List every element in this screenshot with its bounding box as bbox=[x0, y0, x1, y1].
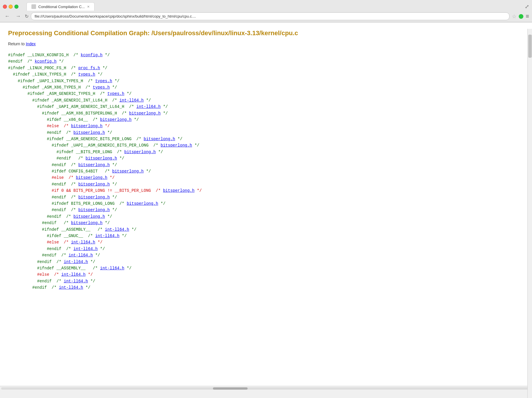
page-content: Preprocessing Conditional Compilation Gr… bbox=[0, 22, 532, 386]
code-line: #endif /* int-ll64.h */ bbox=[8, 259, 524, 265]
code-line: #endif /* bitsperlong.h */ bbox=[8, 181, 524, 187]
bitsperlong-link-13[interactable]: bitsperlong.h bbox=[163, 188, 195, 193]
code-line: #else /* bitsperlong.h */ bbox=[8, 174, 524, 181]
int-ll64-link-8[interactable]: int-ll64.h bbox=[64, 260, 88, 264]
horizontal-scrollbar[interactable] bbox=[0, 386, 532, 391]
code-line: #endif /* int-ll64.h */ bbox=[8, 252, 524, 258]
bitsperlong-link-1[interactable]: bitsperlong.h bbox=[129, 111, 161, 116]
address-input[interactable] bbox=[31, 12, 510, 20]
code-line: #ifndef __ASM_GENERIC_BITS_PER_LONG /* b… bbox=[8, 136, 524, 142]
code-line: #endif /* bitsperlong.h */ bbox=[8, 129, 524, 136]
connection-status-icon bbox=[519, 14, 523, 19]
code-line: #if 0 && BITS_PER_LONG != __BITS_PER_LON… bbox=[8, 187, 524, 194]
bitsperlong-link-8[interactable]: bitsperlong.h bbox=[86, 156, 117, 161]
tab-favicon bbox=[31, 4, 36, 9]
bitsperlong-link-4[interactable]: bitsperlong.h bbox=[73, 130, 105, 135]
code-line: #endif /* int-ll64.h */ bbox=[8, 284, 524, 291]
window-controls bbox=[3, 5, 18, 9]
bookmark-icon[interactable]: ☆ bbox=[512, 13, 516, 20]
bitsperlong-link-14[interactable]: bitsperlong.h bbox=[78, 195, 110, 200]
tab-bar: Conditional Compilation C... ✕ bbox=[27, 2, 95, 11]
address-bar: ← → ↻ ☆ ≡ bbox=[0, 11, 532, 22]
title-bar: Conditional Compilation C... ✕ ⤢ bbox=[0, 0, 532, 11]
int-ll64-link-12[interactable]: int-ll64.h bbox=[59, 285, 83, 290]
code-line: #ifndef _ASM_GENERIC_INT_LL64_H /* int-l… bbox=[8, 97, 524, 104]
tab-title: Conditional Compilation C... bbox=[38, 5, 85, 9]
menu-icon[interactable]: ≡ bbox=[526, 13, 529, 20]
int-ll64-link-7[interactable]: int-ll64.h bbox=[69, 253, 93, 258]
bitsperlong-link-3[interactable]: bitsperlong.h bbox=[71, 124, 102, 128]
code-line: #endif /* int-ll64.h */ bbox=[8, 246, 524, 252]
types-link-4[interactable]: types.h bbox=[107, 91, 124, 96]
types-link-1[interactable]: types.h bbox=[78, 72, 95, 77]
browser-chrome: Conditional Compilation C... ✕ ⤢ ← → ↻ ☆… bbox=[0, 0, 532, 22]
code-line: #endif /* kconfig.h */ bbox=[8, 58, 524, 65]
int-ll64-link-11[interactable]: int-ll64.h bbox=[64, 279, 88, 284]
back-button[interactable]: ← bbox=[3, 13, 12, 20]
code-line: #ifndef _UAPI_LINUX_TYPES_H /* types.h *… bbox=[8, 78, 524, 84]
code-line: #endif /* bitsperlong.h */ bbox=[8, 194, 524, 200]
bitsperlong-link-2[interactable]: bitsperlong.h bbox=[100, 117, 131, 122]
close-button[interactable] bbox=[3, 5, 7, 9]
bitsperlong-link-6[interactable]: bitsperlong.h bbox=[161, 143, 192, 148]
bitsperlong-link-9[interactable]: bitsperlong.h bbox=[78, 163, 110, 167]
code-line: #ifdef __x86_64__ /* bitsperlong.h */ bbox=[8, 117, 524, 123]
int-ll64-link-3[interactable]: int-ll64.h bbox=[105, 227, 129, 232]
index-link[interactable]: Index bbox=[26, 42, 35, 46]
bitsperlong-link-7[interactable]: bitsperlong.h bbox=[124, 150, 156, 154]
int-ll64-link-5[interactable]: int-ll64.h bbox=[71, 240, 95, 245]
code-line: #ifndef _ASM_X86_TYPES_H /* types.h */ bbox=[8, 84, 524, 91]
bitsperlong-link-15[interactable]: bitsperlong.h bbox=[127, 201, 158, 206]
address-icons: ☆ ≡ bbox=[512, 13, 529, 20]
int-ll64-link-1[interactable]: int-ll64.h bbox=[119, 98, 144, 103]
bitsperlong-link-18[interactable]: bitsperlong.h bbox=[71, 221, 102, 225]
types-link-2[interactable]: types.h bbox=[95, 79, 112, 83]
bitsperlong-link-5[interactable]: bitsperlong.h bbox=[144, 137, 175, 141]
return-link-container: Return to Index bbox=[8, 42, 524, 46]
return-text: Return to bbox=[8, 42, 26, 46]
kconfig-link-1[interactable]: kconfig.h bbox=[81, 53, 103, 57]
code-line: #ifndef _ASM_GENERIC_TYPES_H /* types.h … bbox=[8, 91, 524, 97]
code-line: #endif /* bitsperlong.h */ bbox=[8, 207, 524, 213]
types-link-3[interactable]: types.h bbox=[93, 85, 110, 90]
int-ll64-link-6[interactable]: int-ll64.h bbox=[73, 247, 98, 251]
code-line: #endif /* bitsperlong.h */ bbox=[8, 220, 524, 226]
scrollbar-thumb[interactable] bbox=[213, 387, 248, 390]
code-line: #else /* bitsperlong.h */ bbox=[8, 123, 524, 129]
code-line: #ifndef __LINUX_KCONFIG_H /* kconfig.h *… bbox=[8, 52, 524, 58]
code-line: #ifndef _LINUX_PROC_FS_H /* proc_fs.h */ bbox=[8, 65, 524, 71]
code-line: #ifndef _LINUX_TYPES_H /* types.h */ bbox=[8, 71, 524, 78]
bitsperlong-link-10[interactable]: bitsperlong.h bbox=[112, 169, 144, 174]
maximize-button[interactable] bbox=[14, 5, 18, 9]
refresh-button[interactable]: ↻ bbox=[25, 14, 29, 19]
code-line: #ifdef CONFIG_64BIT /* bitsperlong.h */ bbox=[8, 168, 524, 174]
int-ll64-link-2[interactable]: int-ll64.h bbox=[136, 104, 161, 109]
bitsperlong-link-16[interactable]: bitsperlong.h bbox=[78, 208, 110, 212]
vertical-scrollbar[interactable] bbox=[527, 29, 532, 398]
forward-button[interactable]: → bbox=[14, 13, 22, 20]
bitsperlong-link-12[interactable]: bitsperlong.h bbox=[78, 182, 110, 187]
code-line: #endif /* int-ll64.h */ bbox=[8, 278, 524, 284]
expand-icon[interactable]: ⤢ bbox=[525, 3, 529, 10]
code-line: #ifndef __BITS_PER_LONG /* bitsperlong.h… bbox=[8, 149, 524, 155]
page-title: Preprocessing Conditional Compilation Gr… bbox=[8, 29, 524, 37]
code-line: #ifdef __GNUC__ /* int-ll64.h */ bbox=[8, 233, 524, 239]
code-line: #else /* int-ll64.h */ bbox=[8, 271, 524, 278]
minimize-button[interactable] bbox=[9, 5, 13, 9]
tab-close-icon[interactable]: ✕ bbox=[87, 5, 90, 9]
kconfig-link-2[interactable]: kconfig.h bbox=[35, 59, 56, 64]
proc-fs-link-1[interactable]: proc_fs.h bbox=[78, 66, 100, 70]
int-ll64-link-4[interactable]: int-ll64.h bbox=[95, 234, 119, 238]
code-line: #ifndef __ASM_X86_BITSPERLONG_H /* bitsp… bbox=[8, 110, 524, 117]
int-ll64-link-9[interactable]: int-ll64.h bbox=[100, 266, 124, 271]
code-line: #endif /* bitsperlong.h */ bbox=[8, 155, 524, 162]
int-ll64-link-10[interactable]: int-ll64.h bbox=[61, 272, 86, 277]
code-line: #ifndef _UAPI_ASM_GENERIC_INT_LL64_H /* … bbox=[8, 104, 524, 110]
code-line: #ifndef BITS_PER_LONG_LONG /* bitsperlon… bbox=[8, 200, 524, 207]
bitsperlong-link-17[interactable]: bitsperlong.h bbox=[73, 214, 105, 219]
code-line: #ifndef __ASSEMBLY__ /* int-ll64.h */ bbox=[8, 265, 524, 271]
code-line: #ifndef __ASSEMBLY__ /* int-ll64.h */ bbox=[8, 226, 524, 233]
vertical-scrollbar-thumb[interactable] bbox=[528, 35, 532, 58]
bitsperlong-link-11[interactable]: bitsperlong.h bbox=[76, 175, 107, 180]
active-tab[interactable]: Conditional Compilation C... ✕ bbox=[27, 2, 95, 11]
